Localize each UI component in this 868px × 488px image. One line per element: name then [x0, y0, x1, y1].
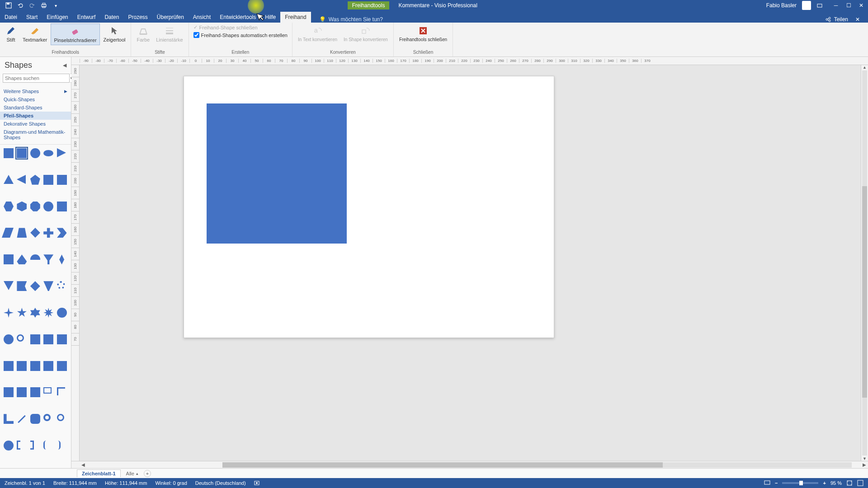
tell-me-search[interactable]: 💡 Was möchten Sie tun? [319, 16, 383, 23]
fit-window-icon[interactable] [857, 480, 863, 486]
shape-corner[interactable] [57, 387, 65, 395]
shape-circle[interactable] [30, 148, 40, 158]
shape-octagon[interactable] [30, 202, 40, 211]
shape-item[interactable] [30, 361, 40, 371]
shape-item[interactable] [43, 175, 53, 185]
menu-einfuegen[interactable]: Einfügen [42, 12, 72, 23]
shape-L[interactable] [4, 414, 14, 424]
redo-icon[interactable] [29, 2, 35, 9]
close-freihandtools-button[interactable]: Freihandtools schließen [396, 23, 450, 44]
zoom-in-icon[interactable]: + [823, 480, 826, 486]
vscrollbar[interactable] [862, 70, 867, 455]
shape-chevron[interactable] [57, 228, 67, 238]
cat-pfeil[interactable]: Pfeil-Shapes [0, 112, 71, 120]
shape-triangle-up[interactable] [4, 175, 14, 184]
shape-flag[interactable] [17, 281, 27, 291]
shape-line[interactable] [18, 415, 26, 423]
shape-item[interactable] [43, 334, 53, 344]
shape-item[interactable] [30, 387, 40, 397]
print-icon[interactable] [41, 2, 47, 9]
hscrollbar[interactable] [222, 462, 852, 468]
status-language[interactable]: Deutsch (Deutschland) [195, 480, 246, 486]
shape-pentagon[interactable] [30, 175, 40, 185]
menu-entwurf[interactable]: Entwurf [73, 12, 100, 23]
customize-qat-icon[interactable]: ▾ [52, 2, 59, 9]
shape-plus[interactable] [43, 228, 53, 238]
fit-page-icon[interactable] [846, 480, 853, 486]
menu-datei[interactable]: Datei [0, 12, 22, 23]
canvas[interactable] [80, 65, 861, 461]
scroll-down-icon[interactable]: ▼ [861, 456, 868, 461]
shape-circle3[interactable] [4, 334, 14, 344]
shape-bracket-l[interactable] [17, 441, 20, 450]
shape-item[interactable] [4, 254, 14, 264]
menu-entwicklertools[interactable]: Entwicklertools [215, 12, 260, 23]
shape-star5[interactable] [17, 308, 27, 318]
shape-bracket-r[interactable] [30, 441, 34, 450]
cat-weitere[interactable]: Weitere Shapes▶ [0, 87, 71, 95]
pinselstrichradierer-button[interactable]: Pinselstrichradierer [51, 23, 99, 45]
shape-item[interactable] [57, 175, 67, 185]
menu-daten[interactable]: Daten [100, 12, 123, 23]
shape-diamond2[interactable] [30, 281, 40, 291]
shape-parallelogram[interactable] [2, 228, 14, 238]
shape-triangle-right[interactable] [57, 148, 66, 157]
ribbon-display-icon[interactable] [816, 2, 823, 9]
shape-item[interactable] [30, 334, 40, 344]
blue-square-shape[interactable] [207, 103, 347, 244]
shape-item[interactable] [17, 334, 24, 342]
shape-brace-l[interactable] [43, 441, 47, 450]
cat-quick[interactable]: Quick-Shapes [0, 95, 71, 103]
shape-star4[interactable] [4, 308, 14, 318]
shape-diamond[interactable] [30, 228, 40, 238]
shape-square[interactable] [4, 148, 14, 158]
zoom-out-icon[interactable]: − [775, 480, 778, 486]
menu-freihand[interactable]: Freihand [280, 12, 311, 23]
scroll-up-icon[interactable]: ▲ [861, 65, 868, 70]
minimize-icon[interactable]: ─ [833, 2, 839, 9]
zoom-level[interactable]: 95 % [830, 480, 842, 486]
avatar[interactable] [802, 1, 811, 10]
cat-diagramm[interactable]: Diagramm-und Mathematik-Shapes [0, 128, 71, 141]
add-page-button[interactable]: + [144, 470, 151, 477]
shape-item[interactable] [43, 361, 53, 371]
shape-item[interactable] [17, 361, 27, 371]
menu-prozess[interactable]: Prozess [123, 12, 152, 23]
menu-ueberpruefen[interactable]: Überprüfen [152, 12, 189, 23]
macro-record-icon[interactable] [254, 480, 259, 486]
undo-icon[interactable] [17, 2, 24, 9]
shape-star8[interactable] [43, 308, 53, 318]
cat-standard[interactable]: Standard-Shapes [0, 103, 71, 112]
shape-brace-r[interactable] [57, 441, 61, 450]
shape-circle4[interactable] [4, 441, 14, 450]
shape-circle2[interactable] [43, 202, 53, 211]
menu-start[interactable]: Start [22, 12, 42, 23]
drawing-page[interactable] [184, 76, 554, 338]
shape-hexagon[interactable] [4, 202, 14, 211]
shape-trapezoid[interactable] [17, 228, 27, 238]
scroll-right-icon[interactable]: ▶ [861, 462, 868, 467]
collapse-panel-icon[interactable]: ◀ [63, 62, 66, 68]
shape-item[interactable] [4, 361, 14, 371]
shape-gear[interactable] [57, 281, 65, 289]
save-icon[interactable] [5, 2, 12, 9]
presentation-mode-icon[interactable] [764, 480, 770, 486]
shape-item[interactable] [57, 361, 67, 371]
shape-cylinder[interactable] [57, 202, 67, 211]
shape-triangle-left[interactable] [17, 175, 26, 184]
shape-item[interactable] [17, 387, 27, 397]
auto-create-check[interactable] [193, 32, 199, 38]
scroll-left-icon[interactable]: ◀ [80, 462, 87, 467]
shape-ellipse[interactable] [43, 150, 53, 156]
cat-dekorativ[interactable]: Dekorative Shapes [0, 120, 71, 128]
shape-star6[interactable] [30, 308, 40, 318]
textmarker-button[interactable]: Textmarker [20, 23, 50, 44]
zeigertool-button[interactable]: Zeigertool [101, 23, 128, 44]
shape-rect-outline[interactable] [43, 387, 52, 394]
maximize-icon[interactable]: ☐ [845, 2, 852, 9]
shape-funnel[interactable] [43, 254, 53, 264]
menu-ansicht[interactable]: Ansicht [189, 12, 215, 23]
shape-item[interactable] [4, 387, 14, 397]
auto-create-checkbox[interactable]: Freihand-Shapes automatisch erstellen [192, 31, 289, 39]
zoom-slider[interactable] [782, 482, 818, 484]
